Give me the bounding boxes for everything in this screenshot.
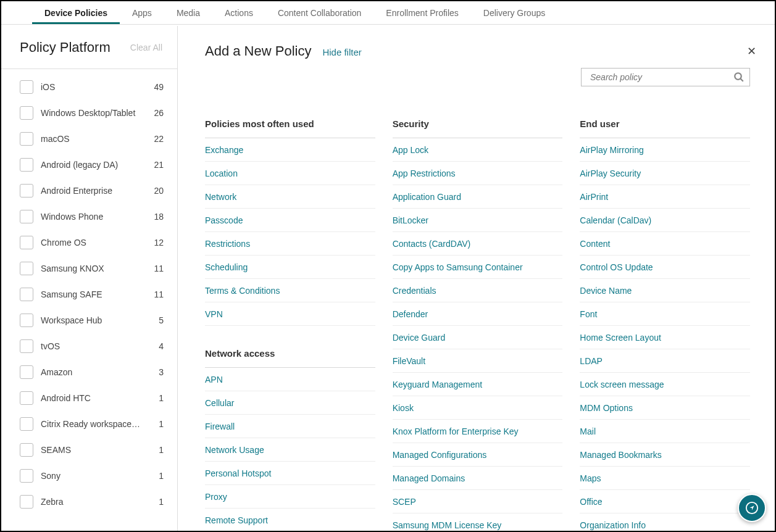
policy-link[interactable]: Organization Info: [580, 513, 750, 531]
filter-checkbox[interactable]: [20, 391, 33, 405]
filter-checkbox[interactable]: [20, 210, 33, 223]
policy-link[interactable]: Proxy: [205, 485, 375, 509]
policy-link[interactable]: Exchange: [205, 138, 375, 162]
policy-link[interactable]: Passcode: [205, 209, 375, 232]
policy-link[interactable]: Knox Platform for Enterprise Key: [393, 420, 563, 443]
policy-link[interactable]: Restrictions: [205, 232, 375, 256]
close-icon[interactable]: ✕: [747, 44, 756, 58]
policy-link[interactable]: Cellular: [205, 391, 375, 415]
filter-list[interactable]: iOS49Windows Desktop/Tablet26macOS22Andr…: [1, 69, 177, 531]
filter-checkbox[interactable]: [20, 339, 33, 353]
policy-link[interactable]: Device Guard: [393, 326, 563, 349]
filter-row[interactable]: Zebra1: [1, 489, 177, 515]
filter-row[interactable]: Amazon3: [1, 359, 177, 385]
tab-device-policies[interactable]: Device Policies: [32, 1, 120, 24]
filter-checkbox[interactable]: [20, 443, 33, 457]
filter-row[interactable]: macOS22: [1, 126, 177, 152]
policy-link[interactable]: Mail: [580, 420, 750, 443]
policy-link[interactable]: App Lock: [393, 138, 563, 162]
filter-row[interactable]: Android Enterprise20: [1, 178, 177, 204]
policy-link[interactable]: SCEP: [393, 490, 563, 513]
policy-link[interactable]: App Restrictions: [393, 162, 563, 185]
policy-link[interactable]: Contacts (CardDAV): [393, 232, 563, 256]
policy-link[interactable]: AirPlay Mirroring: [580, 138, 750, 162]
search-input[interactable]: [590, 72, 733, 82]
filter-row[interactable]: Android (legacy DA)21: [1, 152, 177, 178]
top-tabs: Device PoliciesAppsMediaActionsContent C…: [1, 1, 775, 25]
policy-link[interactable]: Kiosk: [393, 396, 563, 420]
policy-link[interactable]: LDAP: [580, 349, 750, 373]
policy-link[interactable]: Device Name: [580, 279, 750, 302]
filter-checkbox[interactable]: [20, 495, 33, 509]
filter-row[interactable]: Windows Phone18: [1, 204, 177, 230]
policy-link[interactable]: Managed Configurations: [393, 443, 563, 467]
tab-delivery-groups[interactable]: Delivery Groups: [471, 1, 557, 24]
policy-link[interactable]: BitLocker: [393, 209, 563, 232]
policy-link[interactable]: Credentials: [393, 279, 563, 302]
policy-link[interactable]: Application Guard: [393, 185, 563, 209]
filter-checkbox[interactable]: [20, 417, 33, 431]
tab-actions[interactable]: Actions: [212, 1, 265, 24]
policy-link[interactable]: FileVault: [393, 349, 563, 373]
filter-row[interactable]: Workspace Hub5: [1, 307, 177, 333]
policy-link[interactable]: AirPlay Security: [580, 162, 750, 185]
policy-link[interactable]: Lock screen message: [580, 373, 750, 396]
filter-checkbox[interactable]: [20, 314, 33, 327]
policy-link[interactable]: Network: [205, 185, 375, 209]
policy-link[interactable]: Maps: [580, 467, 750, 490]
filter-checkbox[interactable]: [20, 262, 33, 275]
hide-filter-link[interactable]: Hide filter: [322, 47, 361, 57]
filter-row[interactable]: Chrome OS12: [1, 230, 177, 256]
search-box[interactable]: [581, 68, 750, 86]
policy-link[interactable]: Firewall: [205, 415, 375, 438]
filter-row[interactable]: Samsung KNOX11: [1, 256, 177, 281]
policy-link[interactable]: Network Usage: [205, 438, 375, 462]
policy-link[interactable]: Font: [580, 302, 750, 326]
filter-row[interactable]: iOS49: [1, 74, 177, 100]
policy-link[interactable]: Managed Domains: [393, 467, 563, 490]
filter-row[interactable]: tvOS4: [1, 333, 177, 359]
clear-all-button[interactable]: Clear All: [130, 43, 162, 52]
policy-link[interactable]: Home Screen Layout: [580, 326, 750, 349]
policy-link[interactable]: Office: [580, 490, 750, 513]
policy-link[interactable]: Samsung MDM License Key: [393, 513, 563, 531]
tab-media[interactable]: Media: [164, 1, 212, 24]
policy-link[interactable]: Defender: [393, 302, 563, 326]
policy-link[interactable]: Calendar (CalDav): [580, 209, 750, 232]
filter-row[interactable]: SEAMS1: [1, 437, 177, 463]
policy-link[interactable]: MDM Options: [580, 396, 750, 420]
policy-link[interactable]: AirPrint: [580, 185, 750, 209]
filter-checkbox[interactable]: [20, 288, 33, 301]
policy-link[interactable]: APN: [205, 368, 375, 391]
filter-checkbox[interactable]: [20, 106, 33, 120]
filter-checkbox[interactable]: [20, 158, 33, 172]
filter-row[interactable]: Android HTC1: [1, 385, 177, 411]
policy-link[interactable]: Location: [205, 162, 375, 185]
policy-link[interactable]: Remote Support: [205, 509, 375, 531]
policy-link[interactable]: Personal Hotspot: [205, 462, 375, 485]
tab-apps[interactable]: Apps: [120, 1, 164, 24]
policy-link[interactable]: Managed Bookmarks: [580, 443, 750, 467]
search-icon[interactable]: [733, 72, 745, 83]
filter-checkbox[interactable]: [20, 365, 33, 379]
tab-content-collaboration[interactable]: Content Collaboration: [265, 1, 373, 24]
filter-row[interactable]: Windows Desktop/Tablet26: [1, 100, 177, 126]
filter-checkbox[interactable]: [20, 184, 33, 197]
policy-link[interactable]: Scheduling: [205, 256, 375, 279]
filter-row[interactable]: Samsung SAFE11: [1, 281, 177, 307]
policy-link[interactable]: Control OS Update: [580, 256, 750, 279]
navigate-fab[interactable]: [738, 494, 766, 522]
filter-row[interactable]: Citrix Ready workspace…1: [1, 411, 177, 437]
filter-checkbox[interactable]: [20, 80, 33, 94]
policy-link[interactable]: Content: [580, 232, 750, 256]
policy-link[interactable]: VPN: [205, 302, 375, 326]
filter-checkbox[interactable]: [20, 132, 33, 146]
filter-row[interactable]: Sony1: [1, 463, 177, 489]
tab-enrollment-profiles[interactable]: Enrollment Profiles: [373, 1, 471, 24]
policy-link[interactable]: Copy Apps to Samsung Container: [393, 256, 563, 279]
policy-link[interactable]: Keyguard Management: [393, 373, 563, 396]
filter-checkbox[interactable]: [20, 236, 33, 249]
filter-checkbox[interactable]: [20, 469, 33, 483]
policy-link[interactable]: Terms & Conditions: [205, 279, 375, 302]
filter-count: 1: [159, 393, 164, 403]
